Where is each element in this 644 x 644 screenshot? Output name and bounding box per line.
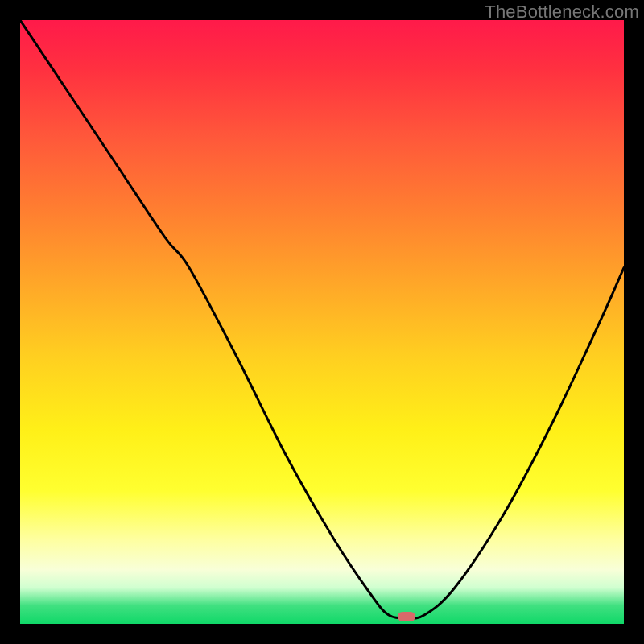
plot-area <box>20 20 624 624</box>
watermark-text: TheBottleneck.com <box>485 2 639 23</box>
chart-container: TheBottleneck.com <box>0 0 644 644</box>
optimum-marker <box>398 612 415 621</box>
gradient-background <box>20 20 624 624</box>
